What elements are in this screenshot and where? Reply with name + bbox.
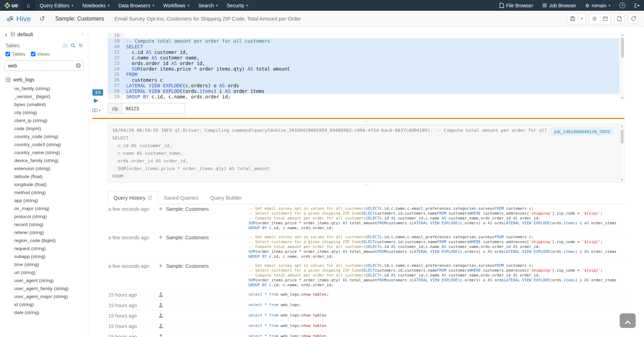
results-resize-grip[interactable]: ⋯ xyxy=(108,183,625,187)
views-filter-checkbox[interactable] xyxy=(31,52,35,56)
job-browser-link[interactable]: Job Browser xyxy=(538,0,581,11)
history-row[interactable]: 15 hours agoselect * from web_logs;show … xyxy=(108,321,625,331)
app-name[interactable]: Hive xyxy=(16,15,31,23)
views-filter[interactable]: Views xyxy=(31,51,50,57)
log-scroll-thumb[interactable] xyxy=(621,130,624,144)
tables-filter[interactable]: Tables xyxy=(6,51,25,57)
settings-button[interactable]: ⚙ xyxy=(589,14,600,24)
column-item[interactable]: os_major (string) xyxy=(14,204,85,212)
editor-scroll-thumb[interactable] xyxy=(621,38,624,58)
editor-line[interactable]: 21 c.id AS customer_id, xyxy=(108,49,619,55)
hue-logo[interactable]: ue xyxy=(0,0,22,11)
column-item[interactable]: client_ip (string) xyxy=(14,117,85,125)
column-item[interactable]: country_code3 (string) xyxy=(14,141,85,149)
column-item[interactable]: date (string) xyxy=(14,308,85,316)
column-item[interactable]: id (string) xyxy=(14,300,85,308)
scroll-up-icon[interactable]: ▲ xyxy=(622,33,624,37)
collapse-panel-icon[interactable]: ‹ xyxy=(82,31,84,38)
refresh-tables-button[interactable]: ↻ xyxy=(79,42,83,49)
column-item[interactable]: bytes (smallint) xyxy=(14,101,85,109)
home-button[interactable]: ⌂ xyxy=(22,0,35,11)
menu-search[interactable]: Search ▾ xyxy=(194,0,222,11)
column-item[interactable]: record (string) xyxy=(14,220,85,228)
table-search-button[interactable] xyxy=(71,43,75,48)
menu-workflows[interactable]: Workflows ▾ xyxy=(159,0,194,11)
format-menu-button[interactable]: ▾ xyxy=(92,108,100,113)
history-row[interactable]: a few seconds ago✈Sample: Customers-- Ge… xyxy=(108,233,625,261)
column-item[interactable]: url (string) xyxy=(14,268,85,276)
schedule-button[interactable] xyxy=(600,14,610,24)
column-item[interactable]: request (string) xyxy=(14,244,85,252)
column-item[interactable]: latitude (float) xyxy=(14,172,85,180)
menu-notebooks[interactable]: Notebooks ▾ xyxy=(78,0,114,11)
history-row[interactable]: 15 hours agoselect * from web_logs;show … xyxy=(108,290,625,300)
new-query-button[interactable] xyxy=(614,14,625,24)
editor-line[interactable]: 25FROM xyxy=(108,72,619,77)
column-item[interactable]: user_agent (string) xyxy=(14,276,85,284)
tab-query-history[interactable]: Query History xyxy=(108,191,158,204)
editor-line[interactable]: 27LATERAL VIEW EXPLODE(c.orders) o AS or… xyxy=(108,83,619,88)
column-item[interactable]: longitude (float) xyxy=(14,180,85,188)
column-item[interactable]: _version_ (bigint) xyxy=(14,93,85,101)
tab-query-builder[interactable]: Query Builder xyxy=(204,191,248,204)
database-selector[interactable]: default xyxy=(10,31,33,37)
column-item[interactable]: referer (string) xyxy=(14,228,85,236)
save-button[interactable] xyxy=(567,14,578,24)
history-row[interactable]: 15 hours agoselect * from web_logs;show … xyxy=(108,311,625,321)
column-item[interactable]: time (string) xyxy=(14,260,85,268)
menu-security[interactable]: Security ▾ xyxy=(222,0,253,11)
column-item[interactable]: region_code (bigint) xyxy=(14,236,85,244)
history-row[interactable]: a few seconds ago✈Sample: Customers-- Ge… xyxy=(108,261,625,290)
tab-saved-queries[interactable]: Saved Queries xyxy=(158,191,204,204)
column-item[interactable]: country_code (string) xyxy=(14,133,85,141)
scroll-down-icon[interactable]: ▼ xyxy=(622,96,624,100)
editor-line[interactable]: 22 c.name AS customer_name, xyxy=(108,55,619,61)
tags-button[interactable] xyxy=(628,14,638,24)
clear-search-icon[interactable]: × xyxy=(76,63,81,68)
log-resize-grip[interactable]: ⋯ xyxy=(108,119,625,124)
history-row[interactable]: 15 hours agoselect * from web_logs; xyxy=(108,300,625,311)
column-item[interactable]: city (string) xyxy=(14,109,85,117)
query-history-icon[interactable]: ↺ xyxy=(39,15,45,23)
sql-code-editor[interactable]: 1819-- Compute total amount per order fo… xyxy=(108,33,625,100)
column-item[interactable]: method (string) xyxy=(14,188,85,196)
variable-zip-input[interactable] xyxy=(122,103,185,114)
column-item[interactable]: os_family (string) xyxy=(14,85,85,93)
scroll-up-icon[interactable]: ▲ xyxy=(621,125,623,128)
column-item[interactable]: country_name (string) xyxy=(14,149,85,157)
tables-count: (1) xyxy=(62,43,67,48)
back-icon[interactable]: ‹ xyxy=(5,31,7,38)
execute-button[interactable]: ▶ xyxy=(94,97,98,104)
user-menu[interactable]: ⚙ romain ▾ xyxy=(581,0,615,11)
editor-line[interactable]: 29GROUP BY c.id, c.name, ords.order_id; xyxy=(108,94,619,99)
editor-line[interactable]: 18 xyxy=(108,33,619,38)
menu-query-editors[interactable]: Query Editors ▾ xyxy=(35,0,78,11)
save-dropdown-button[interactable]: ▾ xyxy=(578,14,585,24)
editor-line[interactable]: 20SELECT xyxy=(108,44,619,49)
logout-button[interactable] xyxy=(630,0,644,11)
history-row[interactable]: 15 hours agoselect * from web_logs;show … xyxy=(108,331,625,337)
table-item-web-logs[interactable]: web_logs xyxy=(0,74,88,83)
tables-filter-checkbox[interactable] xyxy=(6,52,10,56)
job-link[interactable]: job_1461888648136_0003 xyxy=(550,128,614,136)
scroll-down-icon[interactable]: ▼ xyxy=(621,178,623,182)
editor-line[interactable]: 23 ords.order_id AS order_id, xyxy=(108,61,619,66)
column-item[interactable]: app (string) xyxy=(14,196,85,204)
column-item[interactable]: protocol (string) xyxy=(14,212,85,220)
editor-line[interactable]: 28LATERAL VIEW EXPLODE(ords.items) i AS … xyxy=(108,88,619,94)
help-button[interactable]: ? xyxy=(615,0,630,11)
column-item[interactable]: device_family (string) xyxy=(14,157,85,165)
file-browser-link[interactable]: File Browser xyxy=(495,0,538,11)
column-item[interactable]: extension (string) xyxy=(14,165,85,172)
column-item[interactable]: user_agent_major (string) xyxy=(14,292,85,300)
column-item[interactable]: user_agent_family (string) xyxy=(14,284,85,292)
editor-line[interactable]: 26 customers c xyxy=(108,77,619,83)
scroll-to-top-button[interactable] xyxy=(620,313,636,328)
menu-data-browsers[interactable]: Data Browsers ▾ xyxy=(114,0,159,11)
history-row[interactable]: a few seconds ago✈Sample: Customers-- Ge… xyxy=(108,204,625,233)
table-search-input[interactable] xyxy=(4,60,84,71)
column-item[interactable]: code (tinyint) xyxy=(14,125,85,133)
column-item[interactable]: subapp (string) xyxy=(14,252,85,260)
editor-line[interactable]: 19-- Compute total amount per order for … xyxy=(108,38,619,44)
editor-line[interactable]: 24 SUM(order_items.price * order_items.q… xyxy=(108,66,619,72)
